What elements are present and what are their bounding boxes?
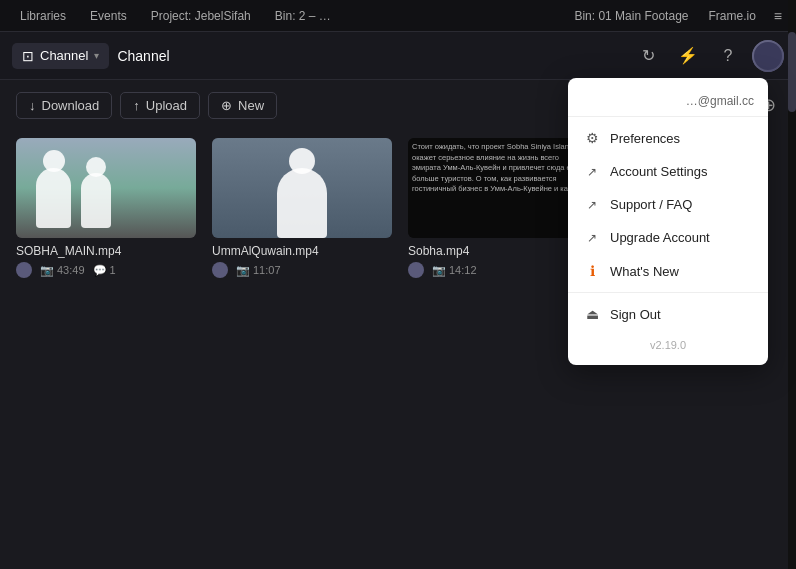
account-settings-icon: ↗ [584,165,600,179]
workspace-label: Channel [40,48,88,63]
video-meta-2: 📷 11:07 [212,262,392,278]
video-card-3[interactable]: Стоит ожидать, что проект Sobha Siniya I… [408,138,588,278]
download-icon: ↓ [29,98,36,113]
scene3-bg: Стоит ожидать, что проект Sobha Siniya I… [408,138,588,238]
dropdown-item-upgrade-account[interactable]: ↗ Upgrade Account [568,221,768,254]
upload-label: Upload [146,98,187,113]
bolt-button[interactable]: ⚡ [672,40,704,72]
help-button[interactable]: ? [712,40,744,72]
dropdown-item-preferences[interactable]: ⚙ Preferences [568,121,768,155]
scene1-bg [16,138,196,238]
video-card-2[interactable]: UmmAlQuwain.mp4 📷 11:07 [212,138,392,278]
dropdown-email: …@gmail.cc [568,84,768,117]
sign-out-label: Sign Out [610,307,661,322]
new-icon: ⊕ [221,98,232,113]
video-thumb-3: Стоит ожидать, что проект Sobha Siniya I… [408,138,588,238]
scene3-text-overlay: Стоит ожидать, что проект Sobha Siniya I… [412,142,584,234]
nav-item-events[interactable]: Events [78,0,139,31]
duration-2: 11:07 [253,264,281,276]
video-name-2: UmmAlQuwain.mp4 [212,244,392,258]
comment-count-1: 1 [110,264,116,276]
person2-silhouette [81,173,111,228]
camera-icon-1: 📷 [40,264,54,277]
person1-silhouette [36,168,71,228]
camera-icon-2: 📷 [236,264,250,277]
whats-new-icon: ℹ [584,263,600,279]
upgrade-account-icon: ↗ [584,231,600,245]
avatar-button[interactable] [752,40,784,72]
video-meta-3: 📷 14:12 [408,262,588,278]
video-name-1: SOBHA_MAIN.mp4 [16,244,196,258]
upgrade-account-label: Upgrade Account [610,230,710,245]
nav-overflow-button[interactable]: ≡ [768,8,788,24]
video-name-3: Sobha.mp4 [408,244,588,258]
meta-duration-1: 📷 43:49 [40,264,85,277]
meta-avatar-1 [16,262,32,278]
dropdown-item-sign-out[interactable]: ⏏ Sign Out [568,297,768,331]
upload-icon: ↑ [133,98,140,113]
account-settings-label: Account Settings [610,164,708,179]
nav-item-bin1[interactable]: Bin: 01 Main Footage [566,9,696,23]
sign-out-icon: ⏏ [584,306,600,322]
sub-header: ⊡ Channel ▾ Channel ↻ ⚡ ? [0,32,796,80]
support-faq-icon: ↗ [584,198,600,212]
meta-duration-3: 📷 14:12 [432,264,477,277]
avatar [752,40,784,72]
scene2-person-silhouette [277,168,327,238]
dropdown-item-account-settings[interactable]: ↗ Account Settings [568,155,768,188]
right-scrollbar[interactable] [788,0,796,569]
preferences-icon: ⚙ [584,130,600,146]
top-nav-bar: Libraries Events Project: JebelSifah Bin… [0,0,796,32]
scene2-bg [212,138,392,238]
nav-right-group: Bin: 01 Main Footage Frame.io ≡ [566,8,788,24]
video-thumb-2 [212,138,392,238]
nav-item-bin2[interactable]: Bin: 2 – … [263,0,343,31]
workspace-button[interactable]: ⊡ Channel ▾ [12,43,109,69]
video-thumb-1 [16,138,196,238]
dropdown-item-whats-new[interactable]: ℹ What's New [568,254,768,288]
sub-header-icons: ↻ ⚡ ? [632,40,784,72]
user-dropdown-menu: …@gmail.cc ⚙ Preferences ↗ Account Setti… [568,78,768,365]
workspace-dropdown-icon: ▾ [94,50,99,61]
upload-button[interactable]: ↑ Upload [120,92,200,119]
duration-1: 43:49 [57,264,85,276]
support-faq-label: Support / FAQ [610,197,692,212]
dropdown-version: v2.19.0 [568,331,768,359]
video-meta-1: 📷 43:49 💬 1 [16,262,196,278]
video-card-1[interactable]: SOBHA_MAIN.mp4 📷 43:49 💬 1 [16,138,196,278]
nav-item-project[interactable]: Project: JebelSifah [139,0,263,31]
meta-comment-1: 💬 1 [93,264,116,277]
new-button[interactable]: ⊕ New [208,92,277,119]
refresh-button[interactable]: ↻ [632,40,664,72]
meta-avatar-2 [212,262,228,278]
comment-icon-1: 💬 [93,264,107,277]
download-label: Download [42,98,100,113]
preferences-label: Preferences [610,131,680,146]
whats-new-label: What's New [610,264,679,279]
download-button[interactable]: ↓ Download [16,92,112,119]
nav-item-libraries[interactable]: Libraries [8,0,78,31]
dropdown-divider [568,292,768,293]
new-label: New [238,98,264,113]
channel-name: Channel [117,48,169,64]
scrollbar-thumb [788,32,796,112]
dropdown-item-support-faq[interactable]: ↗ Support / FAQ [568,188,768,221]
avatar-inner [754,42,782,70]
meta-avatar-3 [408,262,424,278]
nav-item-frameio[interactable]: Frame.io [700,9,763,23]
meta-duration-2: 📷 11:07 [236,264,281,277]
workspace-icon: ⊡ [22,48,34,64]
camera-icon-3: 📷 [432,264,446,277]
duration-3: 14:12 [449,264,477,276]
